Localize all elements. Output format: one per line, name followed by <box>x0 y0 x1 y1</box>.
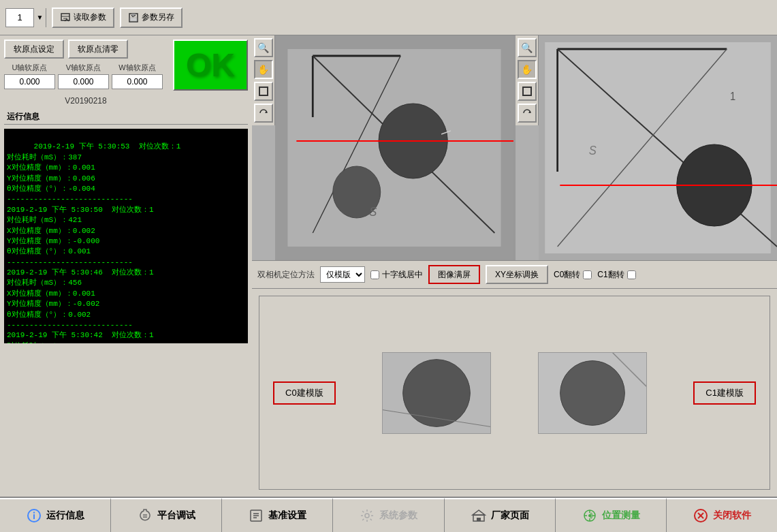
left-panel: 软原点设定 软原点清零 U轴软原点 V轴软原点 W轴软原点 <box>0 35 252 497</box>
left-top-section: 软原点设定 软原点清零 U轴软原点 V轴软原点 W轴软原点 <box>4 40 248 106</box>
u-axis-input[interactable] <box>4 74 55 89</box>
svg-rect-5 <box>130 18 137 21</box>
crosshair-label: 十字线居中 <box>382 269 423 281</box>
svg-marker-55 <box>590 512 593 519</box>
nav-manufacturer-page[interactable]: 厂家页面 <box>445 498 556 532</box>
read-params-icon <box>60 12 71 23</box>
left-camera-view: 🔍 ✋ <box>252 35 516 260</box>
right-pan-tool[interactable]: ✋ <box>518 60 537 79</box>
close-software-icon <box>693 507 709 524</box>
v-axis-input[interactable] <box>58 74 109 89</box>
left-camera-image: S <box>275 35 513 260</box>
axis-inputs: U轴软原点 V轴软原点 W轴软原点 <box>4 63 168 89</box>
c1-flip-label: C1翻转 <box>597 269 624 281</box>
c0-flip-group: C0翻转 <box>554 269 592 281</box>
save-params-button[interactable]: 参数另存 <box>120 7 183 28</box>
nav-platform-debug[interactable]: 平台调试 <box>111 498 222 532</box>
w-axis-group: W轴软原点 <box>112 63 163 89</box>
c1-flip-group: C1翻转 <box>597 269 635 281</box>
system-params-label: 系统参数 <box>379 510 417 522</box>
c1-template-preview <box>538 352 647 434</box>
read-params-label: 读取参数 <box>74 12 106 23</box>
left-camera-svg: S <box>275 35 513 260</box>
camera-section: 🔍 ✋ <box>252 35 777 260</box>
method-label: 双相机定位方法 <box>257 269 315 281</box>
read-params-button[interactable]: 读取参数 <box>52 7 114 28</box>
left-rotate-tool[interactable] <box>254 104 273 123</box>
platform-debug-label: 平台调试 <box>157 510 195 522</box>
ok-indicator: OK <box>173 40 248 91</box>
c0-flip-label: C0翻转 <box>554 269 580 281</box>
svg-point-34 <box>560 360 624 425</box>
left-camera-toolbar: 🔍 ✋ <box>252 35 275 125</box>
manufacturer-page-label: 厂家页面 <box>491 510 529 522</box>
template-section: C0建模版 <box>252 289 777 497</box>
svg-text:S: S <box>369 204 377 219</box>
position-measure-label: 位置测量 <box>602 510 640 522</box>
left-rect-tool[interactable] <box>254 82 273 101</box>
crosshair-checkbox[interactable] <box>370 270 379 279</box>
svg-marker-47 <box>473 510 485 515</box>
svg-text:S: S <box>589 143 597 157</box>
nav-close-software[interactable]: 关闭软件 <box>667 498 777 532</box>
nav-position-measure[interactable]: 位置测量 <box>556 498 667 532</box>
right-camera-toolbar: 🔍 ✋ <box>516 35 539 125</box>
method-select[interactable]: 仅模版 <box>320 266 365 283</box>
baseline-settings-icon <box>248 507 264 524</box>
right-rect-tool[interactable] <box>518 82 537 101</box>
manufacturer-page-icon <box>471 507 487 524</box>
soft-origin-section: 软原点设定 软原点清零 U轴软原点 V轴软原点 W轴软原点 <box>4 40 168 106</box>
nav-run-info[interactable]: 运行信息 <box>0 498 111 532</box>
run-info-nav-label: 运行信息 <box>46 510 84 522</box>
fullscreen-button[interactable]: 图像满屏 <box>428 265 480 284</box>
c1-flip-checkbox[interactable] <box>627 270 636 279</box>
number-input[interactable]: 1 <box>6 12 33 22</box>
w-axis-label: W轴软原点 <box>112 63 163 73</box>
w-axis-input[interactable] <box>112 74 163 89</box>
save-params-label: 参数另存 <box>142 12 174 23</box>
bottom-nav: 运行信息 平台调试 基准设置 <box>0 497 777 532</box>
c1-preview-svg <box>539 352 646 434</box>
close-software-label: 关闭软件 <box>713 510 751 522</box>
c0-preview-svg <box>383 352 490 434</box>
c0-template-item: C0建模版 <box>273 381 336 405</box>
c0-flip-checkbox[interactable] <box>583 270 592 279</box>
c0-build-button[interactable]: C0建模版 <box>273 381 336 405</box>
left-pan-tool[interactable]: ✋ <box>254 60 273 79</box>
soft-origin-set-button[interactable]: 软原点设定 <box>4 40 64 59</box>
number-selector[interactable]: 1 ▼ <box>5 8 46 27</box>
svg-text:1: 1 <box>730 90 735 102</box>
method-dropdown[interactable]: 仅模版 <box>321 267 364 282</box>
right-camera-image: 1 S 100 <box>539 35 777 260</box>
template-box: C0建模版 <box>259 296 770 490</box>
right-camera-view: 🔍 ✋ <box>516 35 777 260</box>
c0-template-preview <box>382 352 491 434</box>
svg-rect-0 <box>61 14 69 20</box>
top-bar: 1 ▼ 读取参数 参数另存 <box>0 0 777 35</box>
right-panel: 🔍 ✋ <box>252 35 777 497</box>
right-zoom-tool[interactable]: 🔍 <box>518 38 537 57</box>
svg-rect-48 <box>477 518 481 521</box>
number-dropdown-arrow[interactable]: ▼ <box>33 8 46 27</box>
v-axis-label: V轴软原点 <box>58 63 109 73</box>
u-axis-label: U轴软原点 <box>4 63 55 73</box>
svg-point-38 <box>33 512 35 513</box>
nav-baseline-settings[interactable]: 基准设置 <box>222 498 333 532</box>
crosshair-checkbox-group: 十字线居中 <box>370 269 423 281</box>
svg-rect-6 <box>259 87 268 95</box>
soft-origin-clear-button[interactable]: 软原点清零 <box>68 40 128 59</box>
svg-point-31 <box>403 359 471 426</box>
log-area[interactable]: 2019-2-19 下午 5:30:53 对位次数：1 对位耗时（mS）：387… <box>4 129 248 343</box>
version-text: V20190218 <box>4 96 168 106</box>
nav-system-params[interactable]: 系统参数 <box>333 498 444 532</box>
xy-adjust-button[interactable]: XY坐标调换 <box>486 265 548 284</box>
c1-build-button[interactable]: C1建模版 <box>693 381 756 405</box>
platform-debug-icon <box>137 507 153 524</box>
right-rotate-tool[interactable] <box>518 104 537 123</box>
run-info-icon <box>26 507 42 524</box>
system-params-icon <box>359 507 375 524</box>
v-axis-group: V轴软原点 <box>58 63 109 89</box>
left-zoom-tool[interactable]: 🔍 <box>254 38 273 57</box>
controls-row: 双相机定位方法 仅模版 十字线居中 图像满屏 XY坐标调换 C0翻转 C1翻转 <box>252 260 777 289</box>
soft-origin-buttons: 软原点设定 软原点清零 <box>4 40 168 59</box>
